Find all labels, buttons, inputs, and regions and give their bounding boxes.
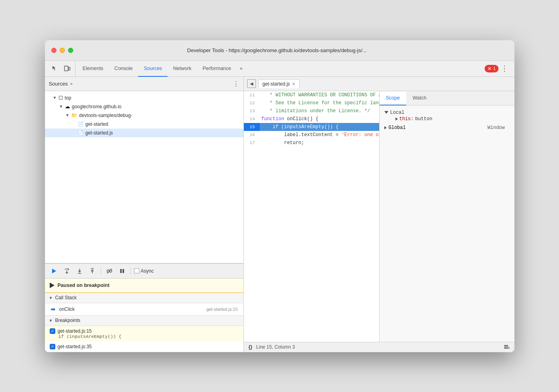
tab-console[interactable]: Console	[109, 61, 138, 77]
error-badge[interactable]: ✕ 1	[485, 65, 498, 72]
breakpoints-content: ✓ get-started.js:15 if (inputsAreEmpty()…	[45, 326, 243, 352]
call-stack-header[interactable]: ▼ Call Stack	[45, 293, 243, 303]
tree-item-get-started[interactable]: 📄 get-started	[45, 120, 243, 129]
code-and-scope: 11 * WITHOUT WARRANTIES OR CONDITIONS OF…	[244, 91, 514, 342]
call-stack-fn-name: onClick	[59, 306, 91, 312]
deactivate-button[interactable]	[104, 266, 115, 276]
code-line-12: 12 * See the License for the specific la…	[244, 99, 379, 107]
code-status-bar: {} Line 15, Column 3	[244, 342, 514, 352]
breakpoint-line1: ✓ get-started.js:15	[50, 328, 239, 334]
code-area[interactable]: 11 * WITHOUT WARRANTIES OR CONDITIONS OF…	[244, 91, 379, 342]
breakpoint-checkbox-0[interactable]: ✓	[50, 328, 55, 334]
code-line-17: 17 return;	[244, 139, 379, 147]
devtools-tab-bar: Elements Console Sources Network Perform…	[45, 61, 514, 77]
devtools-body: Sources » ⋮ ▼ ☐ top ▼ ☁ googlechrome.git…	[45, 77, 514, 352]
tree-arrow-folder: ▼	[66, 113, 71, 117]
scope-local-header[interactable]: Local	[384, 110, 510, 115]
scope-tab-scope[interactable]: Scope	[380, 92, 406, 105]
code-tab-js[interactable]: get-started.js ×	[258, 79, 300, 88]
tree-label-gsjs: get-started.js	[86, 130, 113, 136]
debug-toolbar: Async	[45, 263, 243, 279]
tab-network[interactable]: Network	[168, 61, 197, 77]
title-bar: Developer Tools - https://googlechrome.g…	[45, 40, 514, 61]
svg-rect-5	[120, 269, 122, 273]
stepinto-button[interactable]	[74, 266, 85, 276]
device-toggle-icon[interactable]	[62, 64, 72, 73]
call-stack-label: Call Stack	[55, 295, 76, 300]
scope-local-section: Local this: button	[380, 109, 514, 124]
tab-sources[interactable]: Sources	[138, 61, 168, 77]
toolbar-separator-2	[130, 267, 131, 275]
play-arrow-icon[interactable]	[50, 283, 55, 288]
devtools-right-controls: ✕ 1 ⋮	[485, 61, 512, 76]
tree-item-get-started-js[interactable]: 📄 get-started.js	[45, 129, 243, 137]
tree-item-top[interactable]: ▼ ☐ top	[45, 94, 243, 102]
call-stack-file-ref: get-started.js:15	[206, 307, 238, 312]
tree-item-domain[interactable]: ▼ ☁ googlechrome.github.io	[45, 102, 243, 111]
call-stack-item[interactable]: ➡ onClick get-started.js:15	[45, 303, 243, 315]
devtools-icons	[47, 61, 76, 76]
status-braces: {}	[249, 344, 252, 350]
code-tab-close[interactable]: ×	[292, 81, 295, 87]
code-scope-container: ◀ get-started.js × 11 * WITHOUT WARRANTI…	[244, 77, 514, 352]
breakpoints-label: Breakpoints	[55, 318, 80, 323]
file-icon-gsjs: 📄	[78, 130, 84, 136]
toolbar-separator	[101, 267, 101, 275]
line-code-12: * See the License for the specific langu…	[260, 99, 379, 107]
line-code-14: function onClick() {	[260, 115, 319, 123]
call-stack-arrow: ▼	[49, 296, 53, 300]
stepout-button[interactable]	[87, 266, 97, 276]
async-toggle[interactable]: Async	[134, 268, 154, 274]
code-line-14: 14 function onClick() {	[244, 115, 379, 123]
line-code-15: if (inputsAreEmpty()) {	[260, 123, 339, 131]
breakpoint-item-0: ✓ get-started.js:15 if (inputsAreEmpty()…	[45, 326, 243, 341]
status-icon[interactable]	[503, 343, 510, 351]
back-button[interactable]: ◀	[247, 79, 256, 88]
async-checkbox[interactable]	[134, 268, 139, 273]
scope-prop-this[interactable]: this: button	[384, 115, 510, 123]
line-num-11: 11	[244, 91, 260, 99]
file-tree: ▼ ☐ top ▼ ☁ googlechrome.github.io ▼ 📁 d…	[45, 91, 243, 263]
breakpoint-checkbox-1[interactable]: ✓	[50, 344, 55, 349]
line-code-11: * WITHOUT WARRANTIES OR CONDITIONS OF AN…	[260, 91, 379, 99]
window-title: Developer Tools - https://googlechrome.g…	[46, 47, 508, 53]
tabs-more-button[interactable]: »	[237, 61, 246, 76]
folder-icon: 📁	[71, 113, 77, 118]
scope-tabs: Scope Watch	[380, 91, 514, 105]
tab-elements[interactable]: Elements	[77, 61, 109, 77]
breakpoints-header[interactable]: ▼ Breakpoints	[45, 316, 243, 326]
tree-item-folder[interactable]: ▼ 📁 devtools-samples/debug-	[45, 111, 243, 120]
stepover-button[interactable]	[62, 266, 72, 276]
resume-button[interactable]	[49, 266, 59, 276]
line-num-17: 17	[244, 139, 260, 147]
code-line-16: 16 label.textContent = 'Error: one or bo…	[244, 131, 379, 139]
svg-rect-7	[504, 345, 508, 346]
scope-global-value: Window	[487, 125, 509, 131]
code-line-13: 13 * limitations under the License. */	[244, 107, 379, 115]
code-editor-header: ◀ get-started.js ×	[244, 77, 514, 91]
prop-key-this: this:	[399, 116, 414, 122]
scope-tab-watch[interactable]: Watch	[406, 92, 433, 105]
svg-rect-1	[68, 67, 70, 70]
scope-global-arrow	[384, 126, 387, 129]
tab-performance[interactable]: Performance	[197, 61, 237, 77]
sources-menu-button[interactable]: ⋮	[233, 80, 240, 88]
sources-more-button[interactable]: »	[70, 81, 72, 86]
devtools-menu-button[interactable]: ⋮	[500, 64, 510, 73]
scope-local-label: Local	[390, 110, 405, 115]
sources-panel-label: Sources	[49, 81, 68, 87]
scope-global-row[interactable]: Global Window	[380, 124, 514, 132]
scope-local-arrow	[384, 111, 388, 114]
prop-val-this: button	[415, 116, 432, 122]
svg-rect-8	[504, 346, 508, 347]
call-stack-arrow-right-icon: ➡	[51, 306, 55, 312]
tree-label-folder: devtools-samples/debug-	[79, 113, 132, 118]
pause-toggle-button[interactable]	[117, 266, 127, 276]
error-count: 1	[493, 66, 495, 71]
svg-rect-6	[123, 269, 124, 273]
call-stack-content: ➡ onClick get-started.js:15	[45, 303, 243, 316]
line-num-15: 15	[244, 123, 260, 131]
code-line-11: 11 * WITHOUT WARRANTIES OR CONDITIONS OF…	[244, 91, 379, 99]
inspect-icon[interactable]	[50, 64, 59, 73]
left-panel: Sources » ⋮ ▼ ☐ top ▼ ☁ googlechrome.git…	[45, 77, 244, 352]
